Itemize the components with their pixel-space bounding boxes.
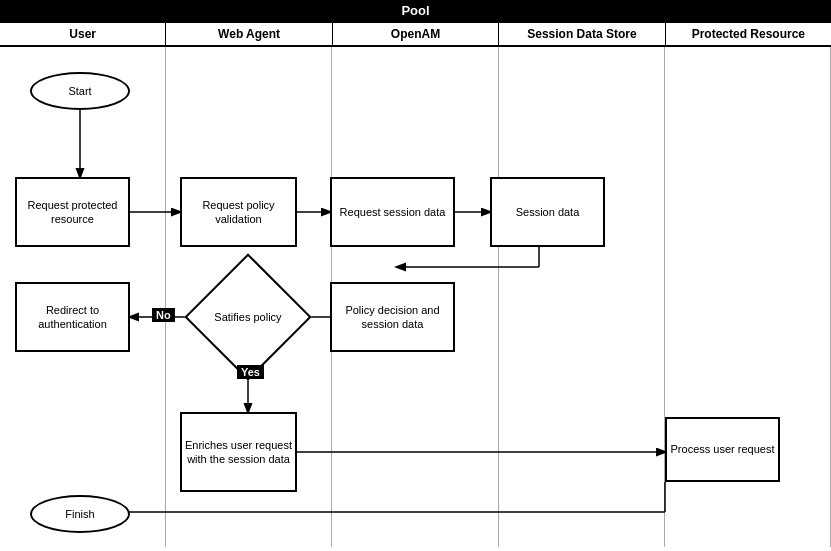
request-policy-label: Request policy validation	[182, 198, 295, 227]
col-header-user: User	[0, 23, 166, 45]
finish-shape: Finish	[30, 495, 130, 533]
col-header-webagent: Web Agent	[166, 23, 332, 45]
session-data-label: Session data	[516, 205, 580, 219]
redirect-auth-label: Redirect to authentication	[17, 303, 128, 332]
col-header-session-store: Session Data Store	[499, 23, 665, 45]
col-header-openam: OpenAM	[333, 23, 499, 45]
request-policy-shape: Request policy validation	[180, 177, 297, 247]
policy-decision-shape: Policy decision and session data	[330, 282, 455, 352]
finish-label: Finish	[65, 507, 94, 521]
col-header-protected-resource: Protected Resource	[666, 23, 831, 45]
request-protected-shape: Request protected resource	[15, 177, 130, 247]
no-label: No	[152, 308, 175, 322]
satisfies-policy-wrapper: Satifies policy	[198, 269, 298, 365]
pool-header: Pool	[0, 0, 831, 23]
redirect-auth-shape: Redirect to authentication	[15, 282, 130, 352]
columns-header: User Web Agent OpenAM Session Data Store…	[0, 23, 831, 47]
session-data-shape: Session data	[490, 177, 605, 247]
pool-label: Pool	[401, 3, 429, 18]
swim-lanes: Start Request protected resource Request…	[0, 47, 831, 547]
policy-decision-label: Policy decision and session data	[332, 303, 453, 332]
process-user-shape: Process user request	[665, 417, 780, 482]
lane-session-store	[499, 47, 665, 547]
enriches-user-shape: Enriches user request with the session d…	[180, 412, 297, 492]
yes-label: Yes	[237, 365, 264, 379]
request-session-shape: Request session data	[330, 177, 455, 247]
enriches-user-label: Enriches user request with the session d…	[182, 438, 295, 467]
process-user-label: Process user request	[671, 442, 775, 456]
request-session-label: Request session data	[340, 205, 446, 219]
start-shape: Start	[30, 72, 130, 110]
start-label: Start	[68, 84, 91, 98]
diagram-wrapper: Pool User Web Agent OpenAM Session Data …	[0, 0, 831, 551]
satisfies-policy-label: Satifies policy	[213, 310, 283, 324]
request-protected-label: Request protected resource	[17, 198, 128, 227]
